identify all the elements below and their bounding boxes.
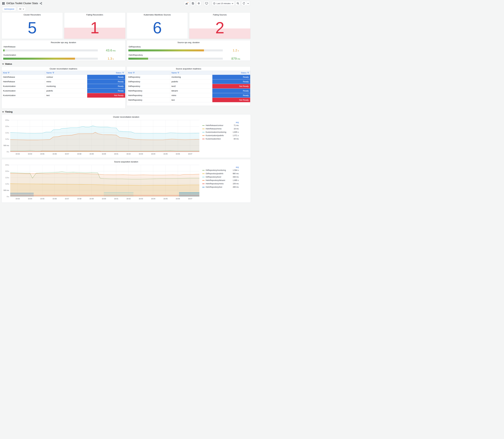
legend-header-avg[interactable]: avg (202, 121, 239, 123)
series-color-swatch (202, 135, 205, 136)
y-axis-label: 2.5 s (5, 164, 9, 166)
tables-row: Cluster reconciliation readiness KindNam… (1, 66, 250, 109)
x-axis-label: 15:57 (65, 153, 69, 155)
gauge-label: HelmRelease (3, 46, 124, 48)
kind-cell: HelmRelease (2, 75, 45, 79)
x-axis-label: 16:06 (176, 198, 180, 200)
name-cell: minio (170, 93, 212, 98)
panel-title[interactable]: Failing Sources (189, 12, 250, 17)
kind-cell: Kustomization (2, 89, 45, 93)
panel-title[interactable]: Failing Reconcilers (64, 12, 125, 17)
panel-title[interactable]: Source ops avg. duration (128, 40, 249, 44)
status-cell: Not Ready (212, 98, 250, 102)
legend-header-avg[interactable]: avg (202, 166, 239, 168)
legend-series-name[interactable]: HelmRepository/bitnami (206, 179, 232, 182)
filter-icon[interactable] (8, 72, 10, 73)
save-dashboard-button[interactable] (190, 1, 195, 6)
panel-title[interactable]: Cluster reconciliation duration (3, 115, 249, 119)
panel-title[interactable]: Cluster Reconcilers (2, 12, 63, 17)
column-header-name[interactable]: Name (170, 71, 212, 75)
legend-items: HelmRelease/contour71 msHelmRelease/mini… (202, 124, 239, 141)
zoom-out-button[interactable] (235, 1, 240, 6)
panel-title[interactable]: Kubernetes Manifests Sources (127, 12, 188, 17)
status-cell: Ready (212, 79, 250, 84)
x-axis-label: 16:03 (139, 198, 143, 200)
y-axis-label: 2.5 s (5, 119, 9, 121)
gauge-track (3, 58, 98, 60)
legend-series-name[interactable]: Kustomization/podinfo (206, 134, 232, 137)
dashboard-grid-icon[interactable] (2, 2, 5, 5)
column-header-status[interactable]: Status (212, 71, 250, 75)
filter-icon[interactable] (177, 72, 179, 73)
legend-series-name[interactable]: Kustomization/monitoring (206, 131, 232, 133)
stat-panel: Failing Sources2 (189, 12, 250, 39)
table-row: KustomizationtestNot Ready (2, 93, 125, 98)
panel-title[interactable]: Source acquisition duration (3, 159, 249, 164)
filter-icon[interactable] (133, 72, 135, 73)
section-status[interactable]: Status (2, 62, 250, 65)
name-cell: bitnami (170, 89, 212, 93)
legend-series-name[interactable]: HelmRepository/test (206, 186, 232, 188)
gauge-value: 1.3s (98, 57, 124, 61)
table-row: KustomizationpodinfoReady (2, 89, 125, 93)
filter-icon[interactable] (122, 72, 124, 73)
panel-title[interactable]: Source acquisition readiness (127, 67, 250, 71)
share-icon[interactable] (40, 2, 42, 5)
cycle-view-mode-button[interactable] (204, 1, 209, 6)
gauge-track (3, 49, 98, 51)
add-panel-button[interactable] (184, 1, 190, 6)
legend-series-name[interactable]: GitRepository/monitoring (206, 169, 232, 171)
variable-value-dropdown[interactable]: All (17, 7, 26, 11)
chevron-down-icon (232, 3, 233, 4)
x-axis-label: 15:53 (16, 153, 20, 155)
legend-avg-value: 108 ms (233, 183, 239, 185)
legend-item: GitRepository/monitoring1.594 s (202, 169, 239, 172)
x-axis-label: 16:01 (114, 198, 118, 200)
y-axis-label: 2.0 s (5, 125, 9, 127)
gauge-bar (128, 58, 148, 60)
chart-row-2: Source acquisition duration 0 s500 ms1.0… (1, 159, 250, 203)
time-range-picker[interactable]: Last 15 minutes (212, 1, 234, 6)
y-axis-label: 0 s (7, 151, 9, 153)
panel-title[interactable]: Cluster reconciliation readiness (2, 67, 125, 71)
x-axis-label: 16:00 (102, 153, 106, 155)
series-fill (10, 193, 34, 196)
status-cell: Not Ready (212, 84, 250, 89)
variable-label: namespace (2, 7, 16, 11)
legend-series-name[interactable]: Kustomization/test (206, 138, 233, 140)
table-row: HelmRepositorybitnamiReady (127, 89, 250, 93)
status-cell: Ready (87, 89, 125, 93)
status-cell: Ready (212, 89, 250, 93)
x-axis-label: 15:55 (40, 153, 45, 155)
panel-title[interactable]: Reconciler ops avg. duration (3, 40, 124, 44)
status-cell: Ready (87, 79, 125, 84)
legend-series-name[interactable]: HelmRepository/minio (206, 183, 232, 185)
legend-item: HelmRelease/minio16 ms (202, 127, 239, 131)
x-axis-label: 15:59 (89, 153, 94, 155)
column-header-name[interactable]: Name (45, 71, 87, 75)
refresh-button[interactable] (241, 1, 246, 6)
y-axis-label: 1.0 s (5, 138, 9, 140)
refresh-interval-dropdown[interactable] (246, 1, 250, 6)
legend-series-name[interactable]: HelmRelease/contour (206, 124, 233, 126)
x-axis-label: 15:56 (52, 153, 57, 155)
name-cell: podinfo (45, 89, 87, 93)
y-axis-label: 500 ms (3, 145, 9, 146)
column-header-kind[interactable]: Kind (2, 71, 45, 75)
filter-icon[interactable] (52, 72, 54, 73)
column-header-kind[interactable]: Kind (127, 71, 170, 75)
legend-series-name[interactable]: HelmRelease/minio (206, 128, 233, 130)
legend-series-name[interactable]: GitRepository/test2 (206, 176, 232, 178)
table-row: GitRepositorytest2Not Ready (127, 84, 250, 89)
column-header-status[interactable]: Status (87, 71, 125, 75)
legend-avg-value: 980 ms (233, 172, 239, 175)
section-timing[interactable]: Timing (2, 110, 250, 113)
legend-series-name[interactable]: GitRepository/podinfo (206, 172, 232, 175)
dashboard-settings-button[interactable]: ⚙ (196, 1, 201, 6)
save-icon (192, 2, 194, 5)
gauge-value: 879ms (223, 57, 249, 61)
series-color-swatch (202, 170, 205, 171)
table-row: HelmRepositorytestNot Ready (127, 98, 250, 102)
filter-icon[interactable] (247, 72, 249, 73)
gauge-label: HelmRepository (129, 54, 249, 56)
